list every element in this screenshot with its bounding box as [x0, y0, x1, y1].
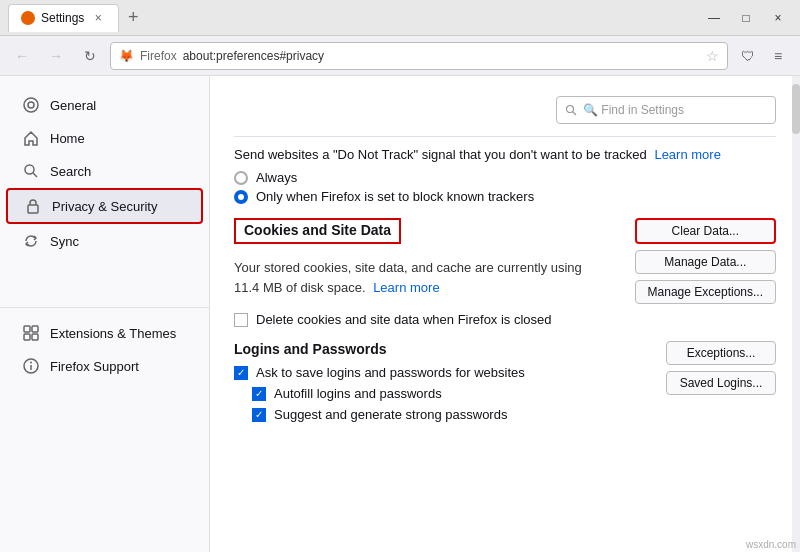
svg-point-2 — [25, 165, 34, 174]
logins-section: Logins and Passwords ✓ Ask to save login… — [234, 341, 776, 428]
sidebar-item-label: Firefox Support — [50, 359, 139, 374]
save-logins-option[interactable]: ✓ Ask to save logins and passwords for w… — [234, 365, 638, 380]
address-bar[interactable]: 🦊 Firefox about:preferences#privacy ☆ — [110, 42, 728, 70]
tab-favicon — [21, 11, 35, 25]
dnt-trackers-radio[interactable] — [234, 190, 248, 204]
sidebar-item-privacy-security[interactable]: Privacy & Security — [6, 188, 203, 224]
logins-header-row: Logins and Passwords ✓ Ask to save login… — [234, 341, 776, 428]
maximize-button[interactable]: □ — [732, 4, 760, 32]
sidebar-item-search[interactable]: Search — [6, 155, 203, 187]
saved-logins-button[interactable]: Saved Logins... — [666, 371, 776, 395]
manage-exceptions-button[interactable]: Manage Exceptions... — [635, 280, 776, 304]
find-bar: 🔍 Find in Settings — [234, 96, 776, 124]
svg-line-13 — [573, 112, 577, 116]
close-button[interactable]: × — [764, 4, 792, 32]
sidebar-item-home[interactable]: Home — [6, 122, 203, 154]
autofill-option[interactable]: ✓ Autofill logins and passwords — [252, 386, 638, 401]
suggest-passwords-label: Suggest and generate strong passwords — [274, 407, 507, 422]
watermark: wsxdn.com — [746, 539, 796, 550]
sidebar-item-extensions[interactable]: Extensions & Themes — [6, 317, 203, 349]
sidebar-item-label: General — [50, 98, 96, 113]
radio-dot — [238, 194, 244, 200]
dnt-radio-group: Always Only when Firefox is set to block… — [234, 170, 776, 204]
sidebar-item-label: Search — [50, 164, 91, 179]
cookies-learn-more-link[interactable]: Learn more — [373, 280, 439, 295]
search-icon — [22, 162, 40, 180]
info-icon — [22, 357, 40, 375]
back-button[interactable]: ← — [8, 42, 36, 70]
settings-tab[interactable]: Settings × — [8, 4, 119, 32]
dnt-always-radio[interactable] — [234, 171, 248, 185]
logins-left: Logins and Passwords ✓ Ask to save login… — [234, 341, 638, 428]
refresh-button[interactable]: ↻ — [76, 42, 104, 70]
new-tab-button[interactable]: + — [119, 4, 147, 32]
suggest-passwords-checkbox[interactable]: ✓ — [252, 408, 266, 422]
sidebar-item-sync[interactable]: Sync — [6, 225, 203, 257]
navbar: ← → ↻ 🦊 Firefox about:preferences#privac… — [0, 36, 800, 76]
dnt-row: Send websites a "Do Not Track" signal th… — [234, 147, 776, 162]
clear-data-button[interactable]: Clear Data... — [635, 218, 776, 244]
forward-button[interactable]: → — [42, 42, 70, 70]
general-icon — [22, 96, 40, 114]
main-layout: General Home Search Privacy & Security S… — [0, 76, 800, 552]
sidebar-item-general[interactable]: General — [6, 89, 203, 121]
delete-cookies-option[interactable]: Delete cookies and site data when Firefo… — [234, 312, 776, 327]
svg-rect-6 — [32, 326, 38, 332]
svg-rect-4 — [28, 205, 38, 213]
autofill-checkbox[interactable]: ✓ — [252, 387, 266, 401]
firefox-icon: 🦊 — [119, 49, 134, 63]
svg-rect-8 — [32, 334, 38, 340]
tab-area: Settings × + — [8, 4, 700, 32]
separator-top — [234, 136, 776, 137]
svg-rect-5 — [24, 326, 30, 332]
dnt-learn-more-link[interactable]: Learn more — [654, 147, 720, 162]
cookies-description: Your stored cookies, site data, and cach… — [234, 258, 607, 297]
tab-title: Settings — [41, 11, 84, 25]
firefox-label: Firefox — [140, 49, 177, 63]
cookies-header-row: Cookies and Site Data Your stored cookie… — [234, 218, 776, 304]
sidebar-item-label: Privacy & Security — [52, 199, 157, 214]
cookies-section: Cookies and Site Data Your stored cookie… — [234, 218, 776, 327]
dnt-label: Send websites a "Do Not Track" signal th… — [234, 147, 647, 162]
svg-point-0 — [24, 98, 38, 112]
dnt-trackers-label: Only when Firefox is set to block known … — [256, 189, 534, 204]
sidebar: General Home Search Privacy & Security S… — [0, 76, 210, 552]
scrollbar-thumb[interactable] — [792, 84, 800, 134]
bookmark-star-icon[interactable]: ☆ — [706, 48, 719, 64]
tab-close-button[interactable]: × — [90, 10, 106, 26]
sidebar-bottom: Extensions & Themes Firefox Support — [0, 307, 209, 382]
logins-button-group: Exceptions... Saved Logins... — [666, 341, 776, 395]
checkmark-icon: ✓ — [255, 388, 263, 399]
content-area: 🔍 Find in Settings Send websites a "Do N… — [210, 76, 800, 552]
delete-cookies-checkbox[interactable] — [234, 313, 248, 327]
cookies-section-header: Cookies and Site Data — [234, 218, 401, 244]
logins-header-label: Logins and Passwords — [234, 341, 638, 357]
svg-point-1 — [28, 102, 34, 108]
titlebar: Settings × + — □ × — [0, 0, 800, 36]
svg-point-11 — [30, 362, 32, 364]
shield-icon[interactable]: 🛡 — [734, 42, 762, 70]
dnt-trackers-option[interactable]: Only when Firefox is set to block known … — [234, 189, 776, 204]
minimize-button[interactable]: — — [700, 4, 728, 32]
exceptions-button[interactable]: Exceptions... — [666, 341, 776, 365]
scrollbar-track[interactable] — [792, 76, 800, 552]
window-controls: — □ × — [700, 4, 792, 32]
checkmark-icon: ✓ — [237, 367, 245, 378]
sidebar-item-label: Sync — [50, 234, 79, 249]
toolbar-icons: 🛡 ≡ — [734, 42, 792, 70]
cookies-header-label: Cookies and Site Data — [244, 222, 391, 238]
sidebar-item-label: Extensions & Themes — [50, 326, 176, 341]
save-logins-checkbox[interactable]: ✓ — [234, 366, 248, 380]
manage-data-button[interactable]: Manage Data... — [635, 250, 776, 274]
dnt-always-option[interactable]: Always — [234, 170, 776, 185]
sidebar-item-label: Home — [50, 131, 85, 146]
menu-icon[interactable]: ≡ — [764, 42, 792, 70]
autofill-label: Autofill logins and passwords — [274, 386, 442, 401]
sidebar-item-support[interactable]: Firefox Support — [6, 350, 203, 382]
svg-point-12 — [567, 106, 574, 113]
find-input[interactable]: 🔍 Find in Settings — [556, 96, 776, 124]
svg-rect-7 — [24, 334, 30, 340]
find-placeholder: 🔍 Find in Settings — [583, 103, 684, 117]
cookies-button-group: Clear Data... Manage Data... Manage Exce… — [635, 218, 776, 304]
suggest-passwords-option[interactable]: ✓ Suggest and generate strong passwords — [252, 407, 638, 422]
